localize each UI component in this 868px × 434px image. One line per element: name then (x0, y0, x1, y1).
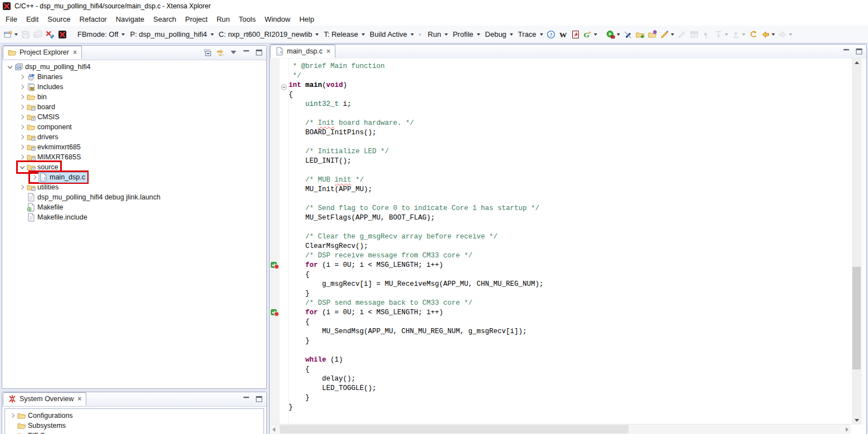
tab-project-explorer[interactable]: Project Explorer × (3, 46, 82, 59)
link-with-editor-button[interactable] (216, 48, 225, 57)
close-icon[interactable]: × (326, 47, 330, 55)
back-button[interactable] (759, 28, 777, 41)
menu-item-refactor[interactable]: Refactor (75, 13, 111, 25)
tree-item-makefile-include[interactable]: Makefile.include (2, 212, 266, 222)
minimize-button[interactable] (242, 48, 251, 57)
dropdown-arrow-icon[interactable] (362, 33, 365, 36)
dropdown-arrow-icon[interactable] (411, 33, 414, 36)
code-line[interactable]: /* Send flag to Core 0 to indicate Core … (289, 204, 851, 213)
code-line[interactable]: int main(void) (289, 81, 851, 90)
tab-main-dsp-c[interactable]: .c main_dsp.c × (270, 45, 335, 58)
code-line[interactable]: { (289, 365, 851, 374)
external-tools-button[interactable] (604, 28, 622, 41)
dropdown-arrow-icon[interactable] (315, 33, 319, 36)
trace-button[interactable]: Trace (515, 28, 545, 41)
dropdown-arrow-icon[interactable] (211, 33, 214, 36)
tree-item-cmsis[interactable]: CMSIS (2, 112, 266, 122)
code-line[interactable] (289, 138, 851, 147)
fold-collapse-icon[interactable] (281, 82, 287, 89)
code-line[interactable] (289, 166, 851, 175)
chevron-right-icon[interactable] (18, 72, 27, 81)
code-line[interactable] (289, 346, 851, 355)
code-line[interactable]: LED_TOGGLE(); (289, 384, 851, 393)
dropdown-arrow-icon[interactable] (772, 33, 775, 36)
code-line[interactable]: MU_SetFlags(APP_MU, BOOT_FLAG); (289, 213, 851, 223)
tree-item-subsystems[interactable]: Subsystems (5, 421, 264, 431)
code-line[interactable]: /* Init board hardware. */ (289, 119, 851, 128)
scroll-up-icon[interactable] (855, 61, 859, 64)
tree-item-includes[interactable]: hIncludes (2, 82, 266, 92)
code-line[interactable]: } (289, 289, 851, 299)
pin-editor-button[interactable] (622, 28, 634, 41)
vertical-scrollbar-thumb[interactable] (852, 267, 861, 369)
code-line[interactable]: { (289, 318, 851, 327)
code-editor[interactable]: * @brief Main function */int main(void){… (289, 58, 851, 425)
open-resource-button[interactable] (646, 28, 659, 41)
tree-item-configurations[interactable]: Configurations (5, 411, 264, 421)
code-line[interactable]: /* MUB init */ (289, 175, 851, 185)
code-line[interactable]: LED_INIT(); (289, 157, 851, 166)
maximize-button[interactable] (255, 394, 264, 403)
menu-item-edit[interactable]: Edit (22, 13, 43, 25)
new-folder-button[interactable] (634, 28, 646, 41)
edit-button[interactable] (676, 28, 688, 41)
save-all-button[interactable] (32, 28, 44, 41)
menu-item-help[interactable]: Help (295, 13, 319, 25)
chevron-right-icon[interactable] (30, 173, 39, 182)
tree-item-drivers[interactable]: drivers (2, 132, 266, 142)
chevron-right-icon[interactable] (18, 133, 27, 142)
new-wizard-button[interactable] (2, 28, 19, 41)
annotation-ruler[interactable] (270, 58, 280, 425)
xt-clean-button[interactable] (44, 28, 56, 41)
tree-item-board[interactable]: board (2, 102, 266, 112)
tree-item-dsp-mu-polling-hifi4[interactable]: C+dsp_mu_polling_hifi4 (2, 62, 266, 72)
code-line[interactable]: ClearMsgRecv(); (289, 242, 851, 251)
code-line[interactable]: uint32_t i; (289, 100, 851, 109)
tree-item-main-dsp-c[interactable]: .cmain_dsp.c (2, 172, 266, 182)
dropdown-arrow-icon[interactable] (510, 33, 513, 36)
tree-item-mimxrt685s[interactable]: MIMXRT685S (2, 152, 266, 162)
last-edit-location-button[interactable] (747, 28, 759, 41)
dropdown-arrow-icon[interactable] (789, 33, 792, 36)
scroll-down-icon[interactable] (855, 419, 859, 422)
scroll-left-icon[interactable] (272, 427, 275, 432)
chevron-right-icon[interactable] (18, 153, 27, 162)
code-line[interactable]: MU_SendMsg(APP_MU, CHN_MU_REG_NUM, g_msg… (289, 327, 851, 337)
scroll-right-icon[interactable] (846, 427, 849, 432)
menu-item-window[interactable]: Window (260, 13, 295, 25)
debug-button[interactable]: Debug (482, 28, 515, 41)
tree-item-dsp-mu-polling-hifi4-debug-jlink-launch[interactable]: dsp_mu_polling_hifi4 debug jlink.launch (2, 192, 266, 202)
profile-button[interactable]: Profile (450, 28, 482, 41)
tree-item-tif-source[interactable]: TIF Source (5, 431, 264, 434)
breakpoint-marker-icon[interactable] (271, 261, 279, 269)
overview-ruler[interactable] (861, 58, 866, 425)
breakpoint-marker-icon[interactable] (271, 309, 279, 316)
chevron-down-icon[interactable] (6, 62, 14, 71)
chevron-right-icon[interactable] (18, 103, 27, 111)
coverage-button[interactable]: G+ (582, 28, 599, 41)
tab-system-overview[interactable]: System Overview × (3, 392, 86, 406)
code-line[interactable]: } (289, 403, 851, 412)
code-line[interactable]: MU_Init(APP_MU); (289, 185, 851, 194)
dropdown-arrow-icon[interactable] (445, 33, 448, 36)
console-view-button[interactable] (688, 28, 700, 41)
fbmode-button[interactable]: FBmode: Off (74, 28, 126, 41)
dropdown-arrow-icon[interactable] (671, 33, 674, 36)
tree-item-binaries[interactable]: 10Binaries (2, 72, 266, 82)
tree-item-utilities[interactable]: utilities (2, 182, 266, 192)
minimize-button[interactable] (842, 47, 851, 56)
chevron-down-icon[interactable] (18, 163, 27, 172)
code-line[interactable]: for (i = 0U; i < MSG_LENGTH; i++) (289, 261, 851, 270)
tree-item-component[interactable]: component (2, 122, 266, 132)
show-whitespace-button[interactable]: ¶ (700, 28, 713, 41)
help-button[interactable]: ? (545, 28, 557, 41)
code-line[interactable]: * @brief Main function (289, 62, 851, 71)
chevron-right-icon[interactable] (18, 123, 27, 131)
dropdown-arrow-icon[interactable] (540, 33, 543, 36)
horizontal-scrollbar-thumb[interactable] (280, 425, 628, 433)
folding-ruler[interactable] (280, 58, 289, 425)
code-line[interactable]: } (289, 393, 851, 403)
close-icon[interactable]: × (77, 395, 81, 403)
forward-button[interactable] (777, 28, 794, 41)
save-button[interactable] (19, 28, 32, 41)
